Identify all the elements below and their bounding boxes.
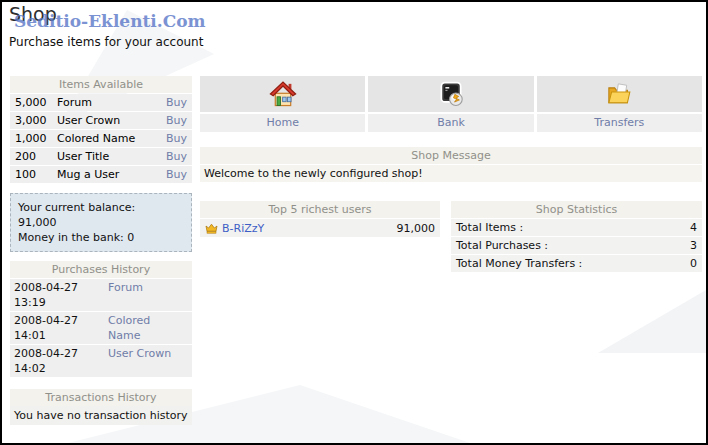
- bank-icon: [437, 80, 465, 108]
- nav-bank[interactable]: Bank: [368, 76, 533, 132]
- shop-message-text: Welcome to the newly configured shop!: [200, 165, 702, 182]
- transfers-icon: [605, 80, 633, 108]
- purchases-history-header: Purchases History: [10, 261, 192, 278]
- purchase-item-link[interactable]: User Crown: [108, 346, 186, 376]
- home-icon: [269, 80, 297, 108]
- items-available-header: Items Available: [10, 76, 192, 93]
- purchases-history-list: 2008-04-27 13:19 Forum 2008-04-27 14:01 …: [10, 279, 192, 377]
- purchase-date: 2008-04-27 13:19: [14, 280, 108, 310]
- item-price: 5,000: [15, 94, 57, 111]
- bank-balance: Money in the bank: 0: [18, 230, 184, 245]
- bank-icon-box: [368, 76, 533, 112]
- item-name: User Crown: [57, 112, 161, 129]
- stat-row: Total Purchases : 3: [451, 237, 702, 254]
- stat-value: 4: [690, 219, 697, 236]
- shop-nav: Home: [200, 76, 702, 132]
- item-price: 1,000: [15, 130, 57, 147]
- purchase-row: 2008-04-27 13:19 Forum: [10, 279, 192, 311]
- item-price: 200: [15, 148, 57, 165]
- purchase-item-link[interactable]: Forum: [108, 280, 186, 310]
- site-watermark-text: Seditio-Eklenti.Com: [14, 11, 206, 31]
- home-icon-box: [200, 76, 365, 112]
- top-richest-table: Top 5 richest users B-RiZzY 91,000: [200, 201, 440, 237]
- shop-statistics-header: Shop Statistics: [451, 201, 702, 218]
- buy-link[interactable]: Buy: [161, 130, 187, 147]
- purchase-item-link[interactable]: Colored Name: [108, 313, 186, 343]
- nav-transfers-label: Transfers: [537, 114, 702, 132]
- stat-label: Total Purchases :: [456, 237, 690, 254]
- transactions-empty-text: You have no transaction history: [10, 406, 192, 425]
- bottom-row: Top 5 richest users B-RiZzY 91,000: [200, 201, 702, 272]
- item-name: Mug a User: [57, 166, 161, 183]
- richest-amount: 91,000: [397, 222, 436, 235]
- purchase-date: 2008-04-27 14:01: [14, 313, 108, 343]
- nav-bank-label: Bank: [368, 114, 533, 132]
- shop-statistics-table: Shop Statistics Total Items : 4 Total Pu…: [451, 201, 702, 272]
- item-name: Forum: [57, 94, 161, 111]
- purchase-date: 2008-04-27 14:02: [14, 346, 108, 376]
- crown-icon: [205, 223, 218, 234]
- stat-label: Total Money Transfers :: [456, 255, 690, 272]
- richest-username-link[interactable]: B-RiZzY: [222, 222, 397, 235]
- item-price: 100: [15, 166, 57, 183]
- balance-box: Your current balance: 91,000 Money in th…: [10, 193, 192, 252]
- main-content: Home: [200, 76, 702, 272]
- buy-link[interactable]: Buy: [161, 112, 187, 129]
- stat-row: Total Items : 4: [451, 219, 702, 236]
- item-row: 200 User Title Buy: [10, 148, 192, 165]
- nav-transfers[interactable]: Transfers: [537, 76, 702, 132]
- item-row: 100 Mug a User Buy: [10, 166, 192, 183]
- shop-message-header: Shop Message: [200, 147, 702, 164]
- richest-user-row: B-RiZzY 91,000: [200, 219, 440, 237]
- balance-label: Your current balance:: [18, 200, 184, 215]
- buy-link[interactable]: Buy: [161, 94, 187, 111]
- buy-link[interactable]: Buy: [161, 166, 187, 183]
- stat-value: 0: [690, 255, 697, 272]
- shop-page: Shop Seditio-Eklenti.Com Purchase items …: [0, 0, 708, 445]
- item-row: 5,000 Forum Buy: [10, 94, 192, 111]
- buy-link[interactable]: Buy: [161, 148, 187, 165]
- stat-row: Total Money Transfers : 0: [451, 255, 702, 272]
- item-row: 3,000 User Crown Buy: [10, 112, 192, 129]
- transfers-icon-box: [537, 76, 702, 112]
- stat-value: 3: [690, 237, 697, 254]
- left-sidebar: Items Available 5,000 Forum Buy 3,000 Us…: [10, 76, 192, 425]
- purchase-row: 2008-04-27 14:02 User Crown: [10, 345, 192, 377]
- page-subtitle: Purchase items for your account: [9, 35, 203, 49]
- top-richest-header: Top 5 richest users: [200, 201, 440, 218]
- item-name: User Title: [57, 148, 161, 165]
- item-price: 3,000: [15, 112, 57, 129]
- balance-amount: 91,000: [18, 215, 184, 230]
- items-available-table: Items Available 5,000 Forum Buy 3,000 Us…: [10, 76, 192, 183]
- nav-home-label: Home: [200, 114, 365, 132]
- shop-message-block: Shop Message Welcome to the newly config…: [200, 147, 702, 182]
- item-row: 1,000 Colored Name Buy: [10, 130, 192, 147]
- stat-label: Total Items :: [456, 219, 690, 236]
- item-name: Colored Name: [57, 130, 161, 147]
- transactions-history-header: Transactions History: [10, 389, 192, 406]
- purchase-row: 2008-04-27 14:01 Colored Name: [10, 312, 192, 344]
- nav-home[interactable]: Home: [200, 76, 365, 132]
